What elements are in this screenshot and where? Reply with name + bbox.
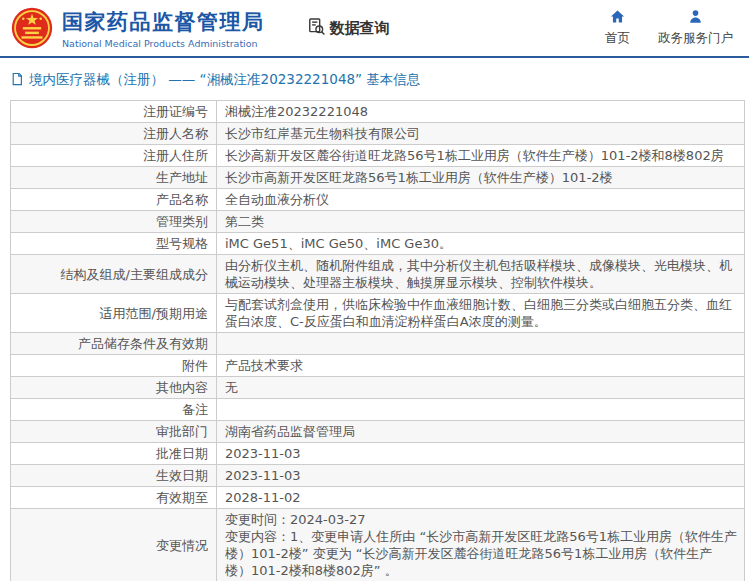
- row-label: 生效日期: [11, 465, 217, 486]
- row-value: 2028-11-02: [217, 487, 744, 508]
- row-value: 湖南省药品监督管理局: [217, 421, 744, 442]
- table-row: 审批部门湖南省药品监督管理局: [11, 421, 744, 443]
- row-value: 变更时间：2024-03-27 变更内容：1、变更申请人住所由 “长沙市高新开发…: [217, 509, 744, 581]
- info-table: 注册证编号湘械注准20232221048注册人名称长沙市红岸基元生物科技有限公司…: [10, 100, 745, 581]
- row-value: 全自动血液分析仪: [217, 189, 744, 210]
- row-value: [217, 333, 744, 354]
- row-value: 长沙高新开发区麓谷街道旺龙路56号1栋工业用房（软件生产楼）101-2楼和8楼8…: [217, 145, 744, 166]
- row-value: 由分析仪主机、随机附件组成，其中分析仪主机包括吸样模块、成像模块、光电模块、机械…: [217, 255, 744, 293]
- row-value: 无: [217, 377, 744, 398]
- row-value: iMC Ge51、iMC Ge50、iMC Ge30。: [217, 233, 744, 254]
- home-icon: [610, 9, 625, 27]
- table-row: 有效期至2028-11-02: [11, 487, 744, 509]
- row-label: 审批部门: [11, 421, 217, 442]
- table-row: 生效日期2023-11-03: [11, 465, 744, 487]
- table-row: 生产地址长沙市高新开发区旺龙路56号1栋工业用房（软件生产楼）101-2楼: [11, 167, 744, 189]
- nav-home[interactable]: 首页: [605, 9, 630, 47]
- row-label: 附件: [11, 355, 217, 376]
- row-label: 注册人住所: [11, 145, 217, 166]
- table-row: 产品储存条件及有效期: [11, 333, 744, 355]
- table-row: 批准日期2023-11-03: [11, 443, 744, 465]
- row-label: 管理类别: [11, 211, 217, 232]
- nav-home-label: 首页: [605, 30, 630, 47]
- row-value: 2023-11-03: [217, 465, 744, 486]
- row-value: 长沙市红岸基元生物科技有限公司: [217, 123, 744, 144]
- row-label: 结构及组成/主要组成成分: [11, 255, 217, 293]
- breadcrumb: 境内医疗器械（注册） —— “湘械注准20232221048” 基本信息: [0, 58, 749, 97]
- data-query-tab[interactable]: 数据查询: [307, 17, 390, 40]
- breadcrumb-text: 境内医疗器械（注册） —— “湘械注准20232221048” 基本信息: [29, 71, 420, 89]
- row-label: 其他内容: [11, 377, 217, 398]
- table-row: 型号规格iMC Ge51、iMC Ge50、iMC Ge30。: [11, 233, 744, 255]
- header-nav: 首页 政务服务门户: [605, 9, 739, 47]
- table-row: 其他内容无: [11, 377, 744, 399]
- row-value: 长沙市高新开发区旺龙路56号1栋工业用房（软件生产楼）101-2楼: [217, 167, 744, 188]
- row-label: 生产地址: [11, 167, 217, 188]
- table-row: 产品名称全自动血液分析仪: [11, 189, 744, 211]
- row-value: 湘械注准20232221048: [217, 101, 744, 122]
- row-label: 适用范围/预期用途: [11, 294, 217, 332]
- row-label: 有效期至: [11, 487, 217, 508]
- brand: 国家药品监督管理局 National Medical Products Admi…: [10, 6, 265, 50]
- table-row: 结构及组成/主要组成成分由分析仪主机、随机附件组成，其中分析仪主机包括吸样模块、…: [11, 255, 744, 294]
- user-icon: [688, 9, 703, 27]
- row-label: 注册证编号: [11, 101, 217, 122]
- row-label: 产品储存条件及有效期: [11, 333, 217, 354]
- row-label: 注册人名称: [11, 123, 217, 144]
- row-label: 备注: [11, 399, 217, 420]
- row-label: 型号规格: [11, 233, 217, 254]
- page: 国家药品监督管理局 National Medical Products Admi…: [0, 0, 749, 581]
- table-row: 注册人名称长沙市红岸基元生物科技有限公司: [11, 123, 744, 145]
- row-value: 2023-11-03: [217, 443, 744, 464]
- document-icon: [10, 72, 24, 89]
- row-value: 与配套试剂盒使用，供临床检验中作血液细胞计数、白细胞三分类或白细胞五分类、血红蛋…: [217, 294, 744, 332]
- row-value: [217, 399, 744, 420]
- brand-text: 国家药品监督管理局 National Medical Products Admi…: [62, 8, 265, 49]
- row-value: 第二类: [217, 211, 744, 232]
- org-name-en: National Medical Products Administration: [62, 38, 265, 49]
- row-label: 产品名称: [11, 189, 217, 210]
- org-name: 国家药品监督管理局: [62, 8, 265, 36]
- table-row: 管理类别第二类: [11, 211, 744, 233]
- row-label: 批准日期: [11, 443, 217, 464]
- row-label: 变更情况: [11, 509, 217, 581]
- table-row: 变更情况变更时间：2024-03-27 变更内容：1、变更申请人住所由 “长沙市…: [11, 509, 744, 581]
- table-row: 注册证编号湘械注准20232221048: [11, 101, 744, 123]
- document-search-icon: [307, 17, 326, 40]
- site-header: 国家药品监督管理局 National Medical Products Admi…: [0, 0, 749, 58]
- nav-gov-portal[interactable]: 政务服务门户: [658, 9, 733, 47]
- nav-gov-portal-label: 政务服务门户: [658, 30, 733, 47]
- table-row: 注册人住所长沙高新开发区麓谷街道旺龙路56号1栋工业用房（软件生产楼）101-2…: [11, 145, 744, 167]
- table-row: 适用范围/预期用途与配套试剂盒使用，供临床检验中作血液细胞计数、白细胞三分类或白…: [11, 294, 744, 333]
- row-value: 产品技术要求: [217, 355, 744, 376]
- data-query-label: 数据查询: [330, 19, 390, 38]
- table-row: 附件产品技术要求: [11, 355, 744, 377]
- national-emblem-logo: [10, 6, 54, 50]
- table-row: 备注: [11, 399, 744, 421]
